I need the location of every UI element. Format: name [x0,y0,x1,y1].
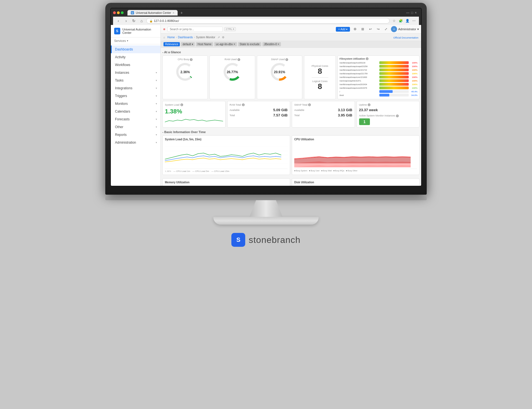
grid-layout-icon[interactable]: ⊞ [360,26,365,32]
swap-total-info-icon: i [308,103,311,106]
user-profile-menu[interactable]: A Administrator ▾ [391,26,419,32]
sidebar-item-activity[interactable]: Activity [111,53,160,61]
browser-maximize-icon[interactable]: □ [411,11,413,15]
monitors-expand-icon: ▾ [156,102,157,105]
sidebar-item-workflows[interactable]: Workflows [111,61,160,69]
doc-link[interactable]: Official Documentation [393,35,418,40]
instances-info-icon: i [396,115,399,117]
window-controls [113,11,124,14]
sidebar-item-calendars[interactable]: Calendars ▾ [111,108,160,115]
settings-page-icon[interactable]: ⚙ [222,36,224,39]
sidebar-item-dashboards[interactable]: Dashboards [111,45,160,53]
sidebar-item-administration[interactable]: Administration ▾ [111,139,160,146]
expand-icon[interactable]: ⤢ [383,26,389,32]
tab-bar: U Universal Automation Center × + [125,10,185,16]
filter-state-value[interactable]: JBestilm-0 × [262,42,281,46]
settings-gear-icon[interactable]: ⚙ [352,26,358,32]
sidebar-header: S Universal Automation Center [111,25,160,37]
dashboard-area: - At a Glance CPU Busy i [161,48,421,186]
stonebranch-branding: S stonebranch [231,233,300,247]
filter-relevance[interactable]: Relevance [163,42,180,46]
instances-expand-icon: ▾ [156,71,157,74]
system-load-sparkline [165,115,223,123]
filter-host-value[interactable]: uc-agr-lin-dbv × [214,42,237,46]
filter-hostname[interactable]: Host Name [196,42,213,46]
filter-default[interactable]: default ▾ [181,42,195,46]
glance-row: CPU Busy i 2.36% [162,55,420,99]
url-bar[interactable]: 🔒 127.0.0.1:8080/uc/ [146,18,390,24]
logical-cores-section: Logical Cores 8 [312,80,328,90]
breadcrumb-current: System Monitor [196,36,215,39]
browser-minimize-icon[interactable]: — [406,11,410,15]
svg-marker-13 [294,157,411,163]
sidebar-item-monitors[interactable]: Monitors ▾ [111,100,160,108]
sidebar-item-instances[interactable]: Instances ▾ [111,69,160,77]
active-instances-badge: 1 [359,118,370,125]
fs-row-2: /var/lib/snapd/snap/snapd/23258 100% [339,65,418,68]
nav-forward-btn[interactable]: › [123,18,129,24]
system-load-title: System Load i [165,103,223,106]
sidebar-item-integrations[interactable]: Integrations ▾ [111,84,160,92]
browser-menu-icon[interactable]: ⋯ [411,18,417,24]
ram-total-info-icon: i [242,103,245,106]
url-lock-icon: 🔒 [149,19,153,22]
nav-back-btn[interactable]: ‹ [115,18,121,24]
browser-close-icon[interactable]: × [415,11,417,15]
topbar: ● CTRL K + Add ▾ ⚙ ⊞ ↩ ↪ ⤢ A Ad [161,25,421,34]
nav-home-btn[interactable]: ⌂ [139,18,145,24]
integrations-expand-icon: ▾ [156,87,157,90]
ram-used-gauge: 26.77% [223,62,242,82]
sidebar-item-reports[interactable]: Reports ▾ [111,131,160,139]
stats-row: System Load i 1.38% [162,101,420,128]
at-glance-title: - At a Glance [162,49,420,55]
swap-used-gauge: 20.91% [270,62,289,82]
monitor-screen: U Universal Automation Center × + — □ × … [110,8,422,186]
sidebar-logo: S [114,28,120,34]
maximize-window-btn[interactable] [121,11,124,14]
active-instances-label: Active System Monitor Instances i [359,114,417,117]
main-content: ● CTRL K + Add ▾ ⚙ ⊞ ↩ ↪ ⤢ A Ad [161,25,421,186]
undo-icon[interactable]: ↩ [368,26,373,32]
extensions-icon[interactable]: 🧩 [398,18,403,24]
sidebar-item-tasks[interactable]: Tasks ▾ [111,77,160,84]
global-search-input[interactable] [167,27,223,32]
close-window-btn[interactable] [113,11,116,14]
cpu-busy-gauge: 2.36% [175,62,195,82]
username-label: Administrator [398,27,416,31]
swap-available-row: Available 3.13 GiB [294,108,352,112]
breadcrumb-sep2: › [194,36,195,39]
bookmark-star-icon[interactable]: ☆ [391,18,397,24]
stonebranch-name: stonebranch [249,235,300,245]
cpu-busy-card: CPU Busy i 2.36% [162,55,208,99]
add-btn[interactable]: + Add ▾ [336,27,350,32]
sidebar-services-btn[interactable]: Services ▾ [111,37,160,44]
ram-total-row: Total 7.57 GiB [230,113,288,117]
uptime-title: Uptime i [359,103,417,106]
active-tab[interactable]: U Universal Automation Center × [127,10,178,16]
tasks-label: Tasks [115,78,124,82]
new-tab-btn[interactable]: + [178,10,185,16]
calendars-expand-icon: ▾ [156,110,157,113]
nav-refresh-btn[interactable]: ↻ [131,18,137,24]
filter-state-exclude[interactable]: State to exclude [238,42,261,46]
filesystem-title: Filesystem Utilization i [339,57,418,60]
minimize-window-btn[interactable] [117,11,120,14]
redo-icon[interactable]: ↪ [375,26,381,32]
sidebar-item-forecasts[interactable]: Forecasts ▾ [111,115,160,123]
services-label: Services [114,39,126,42]
physical-cores-section: Physical Cores 8 [312,65,328,75]
forecasts-expand-icon: ▾ [156,118,157,121]
user-profile-icon[interactable]: 👤 [405,18,410,24]
share-icon[interactable]: ↗ [218,36,220,39]
system-load-value: 1.38% [165,108,223,115]
sidebar-item-triggers[interactable]: Triggers ▾ [111,92,160,100]
fs-row-root: / 45.4% [339,90,418,93]
breadcrumb-home[interactable]: Home [167,36,175,39]
avatar: A [391,26,397,32]
sidebar-item-other[interactable]: Other ▾ [111,123,160,131]
dashboards-label: Dashboards [115,47,133,51]
tab-close-btn[interactable]: × [173,11,174,14]
breadcrumb-dashboards[interactable]: Dashboards [178,36,193,39]
uptime-info-icon: i [368,103,370,106]
disk-util-title: Disk Utilization [294,181,417,184]
